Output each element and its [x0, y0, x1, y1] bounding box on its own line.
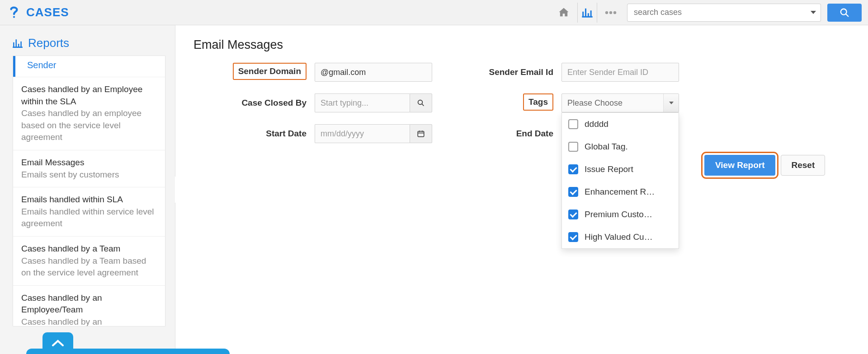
tag-checkbox[interactable] — [568, 119, 578, 129]
start-date-input[interactable] — [315, 124, 410, 143]
svg-line-5 — [846, 14, 849, 16]
brand-name: CASES — [26, 5, 69, 19]
actions-row: View Report Reset — [704, 155, 850, 176]
sidebar-report-item[interactable]: Emails handled within SLAEmails handled … — [13, 187, 165, 236]
tag-checkbox[interactable] — [568, 142, 578, 152]
page-title: Email Messages — [193, 38, 850, 52]
report-list[interactable]: Sender Cases handled by an Employee with… — [13, 56, 165, 326]
tag-checkbox[interactable] — [568, 187, 578, 197]
tag-option[interactable]: ddddd — [562, 113, 679, 135]
sidebar-report-item[interactable]: Cases handled by a TeamCases handled by … — [13, 236, 165, 285]
search-input[interactable] — [627, 4, 806, 22]
report-item-title: Cases handled by an Employee within the … — [21, 84, 157, 107]
case-closed-by-input[interactable] — [315, 93, 410, 112]
svg-point-0 — [13, 16, 15, 18]
sidebar-partial-label: Sender — [27, 60, 57, 70]
sender-email-input[interactable] — [561, 63, 679, 82]
tag-checkbox[interactable] — [568, 164, 578, 174]
svg-point-2 — [609, 11, 612, 14]
view-report-button[interactable]: View Report — [704, 155, 775, 176]
sender-domain-input[interactable] — [315, 63, 432, 82]
logo-icon — [6, 5, 22, 20]
sidebar-report-item[interactable]: Email MessagesEmails sent by customers — [13, 150, 165, 187]
tag-option[interactable]: Global Tag. — [562, 135, 679, 158]
tag-option[interactable]: High Valued Cu… — [562, 226, 679, 248]
label-tags: Tags — [523, 93, 553, 111]
tag-option-label: High Valued Cu… — [585, 232, 653, 242]
home-icon[interactable] — [554, 3, 574, 23]
tags-dropdown: dddddGlobal Tag.Issue ReportEnhancement … — [561, 112, 679, 249]
report-item-desc: Emails sent by customers — [21, 169, 157, 181]
tag-checkbox[interactable] — [568, 210, 578, 219]
tags-multiselect: Please Choose dddddGlobal Tag.Issue Repo… — [561, 93, 679, 112]
search-dropdown-toggle[interactable] — [806, 4, 821, 22]
report-item-title: Email Messages — [21, 157, 157, 169]
svg-rect-8 — [418, 131, 424, 137]
reset-button[interactable]: Reset — [781, 155, 825, 176]
tag-option-label: Premium Custo… — [585, 210, 652, 219]
sidebar-item-partial[interactable]: Sender — [13, 56, 165, 77]
report-item-desc: Cases handled by a Team based on the ser… — [21, 255, 157, 279]
chevron-down-icon — [663, 94, 679, 112]
tag-option[interactable]: Issue Report — [562, 158, 679, 181]
report-item-desc: Cases handled by an employee based on th… — [21, 107, 157, 144]
main-panel: Email Messages Sender Domain Sender Emai… — [175, 25, 868, 354]
tag-option-label: Global Tag. — [585, 142, 628, 152]
tags-select-toggle[interactable]: Please Choose — [561, 93, 679, 112]
calendar-icon[interactable] — [410, 124, 432, 143]
charts-icon[interactable] — [577, 3, 597, 23]
tag-option-label: Enhancement R… — [585, 187, 655, 197]
tag-option-label: ddddd — [585, 119, 609, 129]
reports-heading-text: Reports — [28, 36, 69, 50]
filter-form: Sender Domain Sender Email Id Case Close… — [193, 63, 850, 143]
report-item-desc: Cases handled by an — [21, 316, 157, 326]
sidebar-report-item[interactable]: Cases handled by an Employee/TeamCases h… — [13, 285, 165, 326]
sidebar-report-item[interactable]: Cases handled by an Employee within the … — [13, 77, 165, 150]
label-end-date: End Date — [440, 124, 553, 139]
label-sender-domain: Sender Domain — [233, 63, 307, 80]
more-icon[interactable] — [601, 3, 621, 23]
tag-option[interactable]: Premium Custo… — [562, 203, 679, 226]
label-start-date: Start Date — [193, 124, 307, 139]
report-item-desc: Emails handled within service level agre… — [21, 206, 157, 230]
tag-option-label: Issue Report — [585, 164, 633, 174]
tag-option[interactable]: Enhancement R… — [562, 181, 679, 203]
search-button[interactable] — [827, 4, 862, 22]
svg-line-7 — [422, 104, 424, 106]
search-wrap — [627, 4, 862, 22]
tags-placeholder: Please Choose — [567, 98, 623, 108]
case-closed-by-search-icon[interactable] — [410, 93, 432, 112]
tag-checkbox[interactable] — [568, 232, 578, 242]
svg-point-1 — [605, 11, 608, 14]
label-case-closed-by: Case Closed By — [193, 93, 307, 108]
reports-heading: Reports — [9, 33, 175, 56]
sidebar: Reports Sender Cases handled by an Emplo… — [0, 25, 175, 354]
report-item-title: Cases handled by an Employee/Team — [21, 292, 157, 316]
scroll-to-top-button[interactable] — [42, 332, 73, 354]
report-item-title: Cases handled by a Team — [21, 243, 157, 255]
report-item-title: Emails handled within SLA — [21, 194, 157, 206]
label-sender-email: Sender Email Id — [440, 63, 553, 77]
topbar: CASES — [0, 0, 868, 25]
svg-point-3 — [613, 11, 616, 14]
